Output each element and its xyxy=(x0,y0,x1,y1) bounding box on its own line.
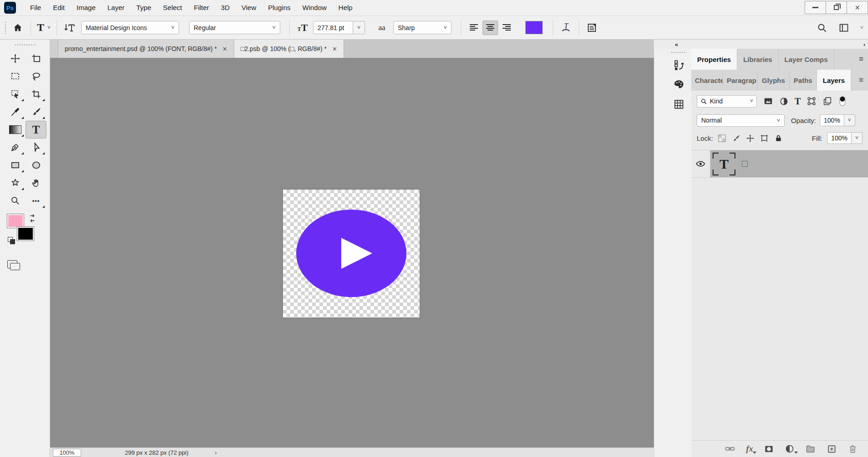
anti-alias-select[interactable]: Sharp ˅ xyxy=(393,21,452,34)
menu-filter[interactable]: Filter xyxy=(188,0,215,15)
menu-help[interactable]: Help xyxy=(333,0,359,15)
layer-filter-select[interactable]: Kind ˅ xyxy=(697,95,757,108)
color-panel-button[interactable] xyxy=(673,78,685,91)
toggle-panels-button[interactable] xyxy=(584,20,600,36)
options-drag-handle[interactable] xyxy=(5,21,6,35)
ellipse-tool[interactable] xyxy=(26,156,46,174)
align-center-button[interactable] xyxy=(483,21,498,35)
lock-position-icon[interactable] xyxy=(746,134,755,143)
opacity-value[interactable]: 100% xyxy=(820,114,844,126)
font-size-value[interactable]: 277.81 pt xyxy=(313,21,353,34)
filter-toggle-icon[interactable] xyxy=(838,96,847,107)
menu-image[interactable]: Image xyxy=(71,0,102,15)
pen-tool[interactable] xyxy=(5,139,26,156)
document-canvas[interactable] xyxy=(283,190,420,318)
new-group-button[interactable] xyxy=(805,443,816,454)
filter-shape-layers-icon[interactable] xyxy=(806,96,817,106)
layer-name[interactable]: □ xyxy=(742,161,748,167)
toolbar-drag-handle[interactable] xyxy=(14,44,36,46)
align-right-button[interactable] xyxy=(499,21,514,35)
menu-3d[interactable]: 3D xyxy=(215,0,236,15)
type-tool-selected[interactable]: T xyxy=(26,121,46,139)
restore-button[interactable] xyxy=(826,1,847,14)
align-left-button[interactable] xyxy=(466,21,482,35)
chevron-down-icon[interactable]: ˅ xyxy=(353,21,365,34)
delete-layer-button[interactable] xyxy=(847,444,858,454)
tab-layers[interactable]: Layers xyxy=(817,70,851,91)
layer-styles-button[interactable]: fx xyxy=(746,444,753,454)
filter-pixel-layers-icon[interactable] xyxy=(763,96,773,106)
font-size-combo[interactable]: 277.81 pt ˅ xyxy=(313,21,365,34)
status-options-chevron[interactable]: › xyxy=(215,449,216,456)
new-layer-button[interactable] xyxy=(827,444,837,454)
menu-file[interactable]: File xyxy=(24,0,47,15)
menu-edit[interactable]: Edit xyxy=(47,0,71,15)
icon-column-drag-handle[interactable] xyxy=(671,51,686,53)
rectangular-marquee-tool[interactable] xyxy=(5,67,26,85)
warp-text-button[interactable]: T xyxy=(558,20,574,36)
move-tool[interactable] xyxy=(5,50,26,67)
lock-all-icon[interactable] xyxy=(774,134,783,143)
tab-layer-comps[interactable]: Layer Comps xyxy=(779,49,834,70)
collapse-panels-icon[interactable]: « xyxy=(675,41,678,48)
panel-menu-icon[interactable]: ≡ xyxy=(859,76,863,85)
object-selection-tool[interactable] xyxy=(5,85,26,103)
filter-type-layers-icon[interactable]: T xyxy=(795,96,801,107)
canvas[interactable] xyxy=(50,58,654,447)
gradient-tool[interactable] xyxy=(5,121,26,139)
tab-paths[interactable]: Paths xyxy=(790,70,817,91)
tab-glyphs[interactable]: Glyphs xyxy=(758,70,790,91)
lock-pixels-icon[interactable] xyxy=(732,134,740,143)
text-layer-thumbnail[interactable]: T xyxy=(713,153,735,175)
close-tab-icon[interactable]: ✕ xyxy=(332,46,337,52)
screen-mode-icon[interactable] xyxy=(7,260,17,268)
menu-select[interactable]: Select xyxy=(157,0,188,15)
tab-properties[interactable]: Properties xyxy=(691,49,737,70)
filter-smart-objects-icon[interactable] xyxy=(822,96,832,106)
chevron-down-icon[interactable]: ˅ xyxy=(852,132,863,144)
brush-tool[interactable] xyxy=(26,103,46,121)
lasso-tool[interactable] xyxy=(26,67,46,85)
edit-toolbar-button[interactable]: ••• xyxy=(26,192,46,210)
chevron-down-icon[interactable]: ˅ xyxy=(860,25,863,31)
link-layers-button[interactable] xyxy=(724,443,735,454)
layer-row-selected[interactable]: T □ xyxy=(691,150,868,178)
document-tab-2psb[interactable]: □2.psb @ 100% (□, RGB/8#) * ✕ xyxy=(234,40,344,58)
menu-plugins[interactable]: Plugins xyxy=(262,0,296,15)
panel-menu-icon[interactable]: ≡ xyxy=(859,55,863,64)
add-layer-mask-button[interactable] xyxy=(764,444,774,454)
add-adjustment-layer-button[interactable] xyxy=(785,444,795,454)
layer-visibility-toggle[interactable] xyxy=(691,150,710,177)
menu-type[interactable]: Type xyxy=(130,0,157,15)
path-selection-tool[interactable] xyxy=(26,139,46,156)
search-icon[interactable] xyxy=(817,22,827,33)
fill-combo[interactable]: 100% ˅ xyxy=(827,132,863,144)
expand-panels-icon[interactable]: › xyxy=(863,41,865,48)
font-family-select[interactable]: Material Design Icons ˅ xyxy=(81,21,179,34)
document-tab-promo-entertainment[interactable]: promo_entertainment.psd @ 100% (FONT, RG… xyxy=(58,40,234,58)
home-button[interactable] xyxy=(10,20,26,36)
zoom-level-field[interactable]: 100% xyxy=(53,449,81,457)
blend-mode-select[interactable]: Normal ˅ xyxy=(697,114,785,127)
tab-libraries[interactable]: Libraries xyxy=(737,49,778,70)
lock-transparency-icon[interactable] xyxy=(718,134,726,143)
background-color-swatch[interactable] xyxy=(17,227,34,241)
eyedropper-tool[interactable] xyxy=(5,103,26,121)
swap-colors-icon[interactable] xyxy=(27,213,37,223)
chevron-down-icon[interactable]: ˅ xyxy=(844,114,855,126)
filter-adjustment-layers-icon[interactable] xyxy=(779,97,789,106)
zoom-tool[interactable] xyxy=(5,192,26,210)
foreground-color-swatch[interactable] xyxy=(7,214,24,228)
swatches-panel-button[interactable] xyxy=(673,98,685,111)
history-panel-button[interactable] xyxy=(673,59,685,72)
tool-preset-button[interactable]: T ˅ xyxy=(36,20,51,36)
lock-artboard-icon[interactable] xyxy=(760,134,769,143)
menu-window[interactable]: Window xyxy=(296,0,332,15)
artboard-tool[interactable] xyxy=(26,50,46,67)
hand-tool[interactable] xyxy=(26,174,46,192)
text-color-swatch[interactable] xyxy=(525,21,543,34)
text-orientation-button[interactable] xyxy=(62,20,77,36)
menu-view[interactable]: View xyxy=(236,0,262,15)
fill-value[interactable]: 100% xyxy=(827,132,852,144)
minimize-button[interactable] xyxy=(805,1,826,14)
